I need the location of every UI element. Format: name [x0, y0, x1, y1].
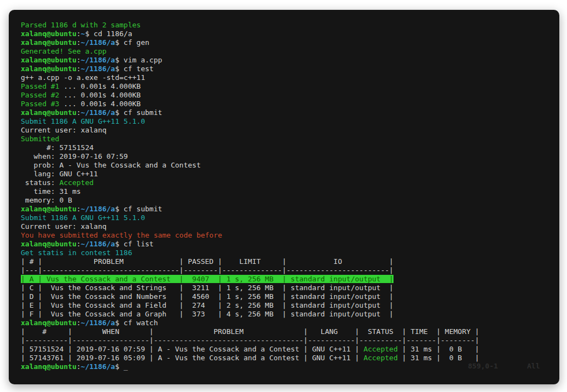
text-segment: ... 0.001s 4.000KB: [59, 91, 141, 99]
list-table-row-e: | E | Vus the Cossack and a Field | 274 …: [21, 301, 559, 310]
output-submitted: Submitted: [21, 135, 559, 143]
command-cf-gen: $ cf gen: [115, 38, 149, 47]
text-segment: Submit 1186 A GNU G++11 5.1.0: [21, 214, 145, 222]
submission-lang: lang: GNU C++11: [21, 170, 559, 178]
text-segment: memory: 0 B: [21, 196, 72, 204]
text-segment: ... 0.001s 4.000KB: [59, 82, 141, 90]
output-submit-info-2: Submit 1186 A GNU G++11 5.1.0: [21, 214, 559, 222]
text-segment: :: [77, 108, 81, 117]
text-segment: :: [77, 240, 81, 248]
text-segment: Submitted: [21, 135, 59, 143]
submission-time: time: 31 ms: [21, 187, 559, 196]
prompt-cf-submit-2: xalanq@ubuntu:~/1186/a$ cf submit: [21, 205, 559, 214]
list-table-row-a-highlighted: | A | Vus the Cossack and a Contest | 94…: [21, 275, 559, 284]
text-segment: :: [77, 205, 81, 213]
command-cf-list: $ cf list: [115, 240, 153, 248]
prompt-path: ~/1186/a: [81, 319, 115, 327]
submission-prob: prob: A - Vus the Cossack and a Contest: [21, 161, 559, 170]
text-segment: Submit 1186 A GNU G++11 5.1.0: [21, 117, 145, 125]
text-segment: Generated! See a.cpp: [21, 47, 107, 55]
prompt-path: ~/1186/a: [81, 205, 115, 213]
command-cf-watch: $ cf watch: [115, 319, 158, 327]
list-table-separator: |---|--------------------------------|--…: [21, 266, 559, 275]
prompt-path: ~/1186/a: [81, 108, 115, 117]
list-table-row-f: | F | Vus the Cossack and a Graph | 373 …: [21, 310, 559, 319]
command-cf-submit: $ cf submit: [115, 108, 162, 117]
text-segment: | 31 ms | 0 B |: [398, 345, 479, 353]
output-passed-1: Passed #1 ... 0.001s 4.000KB: [21, 82, 559, 91]
text-segment: :: [77, 319, 81, 327]
prompt-user: xalanq@ubuntu: [21, 319, 77, 327]
text-segment: status:: [21, 178, 59, 187]
prompt-path: ~/1186/a: [81, 56, 115, 64]
text-segment: :: [77, 38, 81, 47]
prompt-path: ~/1186/a: [81, 240, 115, 248]
text-segment: Current user: xalanq: [21, 222, 107, 230]
list-table-row-d: | D | Vus the Cossack and Numbers | 4560…: [21, 292, 559, 301]
text-segment: Passed #3: [21, 100, 59, 108]
text-segment: :: [77, 362, 81, 371]
output-current-user-1: Current user: xalanq: [21, 126, 559, 135]
prompt-cf-gen: xalanq@ubuntu:~/1186/a$ cf gen: [21, 38, 559, 47]
text-segment: | 57143761 | 2019-07-16 05:09 | A - Vus …: [21, 354, 363, 362]
ghost-vim-ruler: 859,0-1: [468, 362, 498, 371]
status-accepted: Accepted: [59, 178, 94, 187]
submission-when: when: 2019-07-16 07:59: [21, 152, 559, 161]
text-segment: ... 0.001s 4.000KB: [59, 100, 141, 108]
desktop-background: Parsed 1186 d with 2 samplesxalanq@ubunt…: [0, 0, 567, 392]
prompt-user: xalanq@ubuntu: [21, 38, 77, 47]
output-passed-2: Passed #2 ... 0.001s 4.000KB: [21, 91, 559, 100]
text-segment: You have submitted exactly the same code…: [21, 231, 222, 239]
text-segment: Passed #2: [21, 91, 59, 99]
text-segment: time: 31 ms: [21, 187, 81, 195]
command-cd: $ cd 1186/a: [85, 30, 132, 38]
status-accepted: Accepted: [363, 345, 398, 353]
prompt-user: xalanq@ubuntu: [21, 30, 77, 38]
prompt-user: xalanq@ubuntu: [21, 240, 77, 248]
prompt-vim: xalanq@ubuntu:~/1186/a$ vim a.cpp: [21, 56, 559, 65]
ghost-vim-all: All: [527, 362, 540, 371]
output-gpp-compile: g++ a.cpp -o a.exe -std=c++11: [21, 73, 559, 82]
prompt-user: xalanq@ubuntu: [21, 65, 77, 73]
text-segment: lang: GNU C++11: [21, 170, 98, 178]
text-segment: |---|--------------------------------|--…: [21, 266, 394, 274]
text-segment: :: [77, 65, 81, 73]
prompt-path: ~/1186/a: [81, 362, 115, 371]
output-parsed-samples: Parsed 1186 d with 2 samples: [21, 21, 559, 30]
watch-table-separator: |----------|------------------|---------…: [21, 336, 559, 345]
output-current-user-2: Current user: xalanq: [21, 222, 559, 231]
prompt-user: xalanq@ubuntu: [21, 56, 77, 64]
watch-table-row-1: | 57151524 | 2019-07-16 07:59 | A - Vus …: [21, 345, 559, 354]
prompt-cf-list: xalanq@ubuntu:~/1186/a$ cf list: [21, 240, 559, 249]
prompt-path: ~/1186/a: [81, 38, 115, 47]
output-generated: Generated! See a.cpp: [21, 47, 559, 56]
text-segment: Passed #1: [21, 82, 59, 90]
output-get-statis: Get statis in contest 1186: [21, 249, 559, 257]
prompt-cd: xalanq@ubuntu:~$ cd 1186/a: [21, 30, 559, 38]
text-segment: prob: A - Vus the Cossack and a Contest: [21, 161, 201, 169]
text-segment: #: 57151524: [21, 143, 94, 152]
prompt-user: xalanq@ubuntu: [21, 108, 77, 117]
submission-id: #: 57151524: [21, 143, 559, 152]
output-submit-info-1: Submit 1186 A GNU G++11 5.1.0: [21, 117, 559, 126]
text-segment: | 31 ms | 0 B |: [398, 354, 479, 362]
text-segment: | 57151524 | 2019-07-16 07:59 | A - Vus …: [21, 345, 363, 353]
prompt-cf-test: xalanq@ubuntu:~/1186/a$ cf test: [21, 65, 559, 73]
text-segment: :: [77, 30, 81, 38]
watch-table-header: | # | WHEN | PROBLEM | LANG | STATUS | T…: [21, 327, 559, 336]
list-table-header: | # | PROBLEM | PASSED | LIMIT | IO |: [21, 257, 559, 266]
output-duplicate-warning: You have submitted exactly the same code…: [21, 231, 559, 240]
terminal-window[interactable]: Parsed 1186 d with 2 samplesxalanq@ubunt…: [9, 10, 559, 384]
text-segment: :: [77, 56, 81, 64]
text-segment: $: [115, 362, 124, 371]
text-segment: |----------|------------------|---------…: [21, 336, 479, 344]
terminal-cursor: _: [124, 362, 128, 371]
prompt-user: xalanq@ubuntu: [21, 205, 77, 213]
status-accepted: Accepted: [363, 354, 398, 362]
submission-memory: memory: 0 B: [21, 196, 559, 205]
watch-table-row-2: | 57143761 | 2019-07-16 05:09 | A - Vus …: [21, 354, 559, 362]
prompt-path: ~/1186/a: [81, 65, 115, 73]
text-segment: | F | Vus the Cossack and a Graph | 373 …: [21, 310, 394, 318]
text-segment: Get statis in contest 1186: [21, 249, 132, 257]
prompt-cf-submit-1: xalanq@ubuntu:~/1186/a$ cf submit: [21, 108, 559, 117]
